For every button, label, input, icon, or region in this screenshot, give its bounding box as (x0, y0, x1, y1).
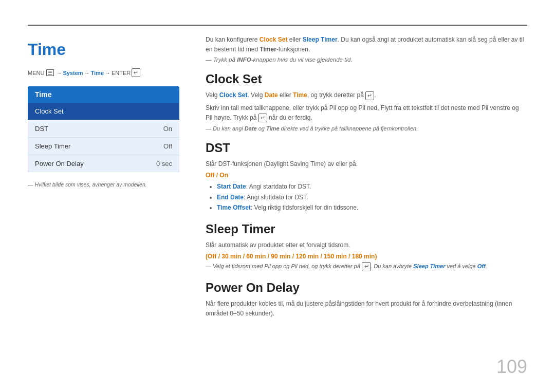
menu-arrow-2: → (84, 70, 90, 76)
menu-icon: ☰ (46, 69, 54, 76)
section-title-clock-set: Clock Set (206, 72, 527, 86)
right-panel: Du kan konfigurere Clock Set eller Sleep… (206, 35, 527, 321)
dst-options-label: Off / On (206, 172, 527, 179)
menu-item-sleep-timer[interactable]: Sleep Timer Off (28, 138, 179, 155)
cs-date-ref: Date (265, 91, 278, 99)
menu-item-sleep-timer-label: Sleep Timer (35, 142, 70, 150)
st-off-ref: Off (477, 263, 486, 269)
menu-time: Time (91, 70, 104, 76)
dst-bullet-list: Start Date: Angi startdato for DST. End … (206, 181, 527, 213)
menu-path: MENU ☰ → System → Time → ENTER ↵ (28, 68, 187, 77)
left-panel: Time MENU ☰ → System → Time → ENTER ↵ Ti… (28, 35, 187, 188)
sleep-timer-options: (Off / 30 min / 60 min / 90 min / 120 mi… (206, 253, 527, 260)
menu-item-power-on-delay-value: 0 sec (156, 160, 172, 167)
menu-system: System (63, 70, 83, 76)
menu-item-sleep-timer-value: Off (163, 142, 172, 150)
page-title: Time (28, 40, 187, 59)
menu-box: Time Clock Set DST On Sleep Timer Off Po… (28, 86, 179, 172)
left-footnote: Hvilket bilde som vises, avhenger av mod… (28, 181, 187, 188)
cs-enter-icon: ↵ (365, 91, 374, 100)
clock-set-note: Du kan angi Date og Time direkte ved å t… (206, 125, 527, 132)
sleep-timer-note: Velg et tidsrom med Pil opp og Pil ned, … (206, 262, 527, 271)
cs-time-ref: Time (293, 91, 307, 99)
dst-bullet-end-date: End Date: Angi sluttdato for DST. (217, 192, 527, 202)
sleep-timer-text1: Slår automatisk av produktet etter et fo… (206, 240, 527, 250)
menu-item-power-on-delay[interactable]: Power On Delay 0 sec (28, 155, 179, 172)
top-divider (28, 25, 527, 26)
cs-clock-set-ref: Clock Set (219, 91, 248, 99)
enter-icon: ↵ (132, 68, 140, 77)
menu-enter-label: ENTER (112, 70, 131, 76)
menu-prefix: MENU (28, 70, 44, 76)
intro-clock-set: Clock Set (260, 36, 288, 43)
menu-arrow-1: → (56, 70, 62, 76)
menu-item-clock-set-label: Clock Set (35, 107, 64, 115)
menu-item-clock-set[interactable]: Clock Set (28, 103, 179, 120)
menu-arrow-3: → (105, 70, 110, 76)
dst-text1: Slår DST-funksjonen (Daylight Saving Tim… (206, 159, 527, 169)
section-title-dst: DST (206, 141, 527, 155)
intro-sleep-timer: Sleep Timer (303, 36, 338, 43)
clock-set-text2: Skriv inn tall med tallknappene, eller t… (206, 103, 527, 123)
dst-bullet-start-date: Start Date: Angi startdato for DST. (217, 181, 527, 192)
intro-note: Trykk på INFO-knappen hvis du vil vise g… (206, 57, 527, 63)
menu-item-dst-value: On (163, 125, 172, 133)
st-sleep-timer-ref: Sleep Timer (413, 263, 445, 269)
intro-timer: Timer (260, 46, 276, 53)
section-title-sleep-timer: Sleep Timer (206, 222, 527, 236)
power-on-delay-text1: Når flere produkter kobles til, må du ju… (206, 299, 527, 319)
page-number: 109 (496, 356, 527, 378)
menu-box-header: Time (28, 86, 179, 103)
menu-item-power-on-delay-label: Power On Delay (35, 160, 84, 167)
menu-item-dst[interactable]: DST On (28, 120, 179, 138)
st-enter-icon: ↵ (362, 262, 371, 271)
section-title-power-on-delay: Power On Delay (206, 281, 527, 295)
clock-set-text1: Velg Clock Set. Velg Date eller Time, og… (206, 90, 527, 100)
intro-text: Du kan konfigurere Clock Set eller Sleep… (206, 35, 527, 54)
menu-item-dst-label: DST (35, 125, 48, 133)
dst-bullet-time-offset: Time Offset: Velg riktig tidsforskjell f… (217, 202, 527, 213)
cs-enter-icon2: ↵ (258, 114, 267, 122)
